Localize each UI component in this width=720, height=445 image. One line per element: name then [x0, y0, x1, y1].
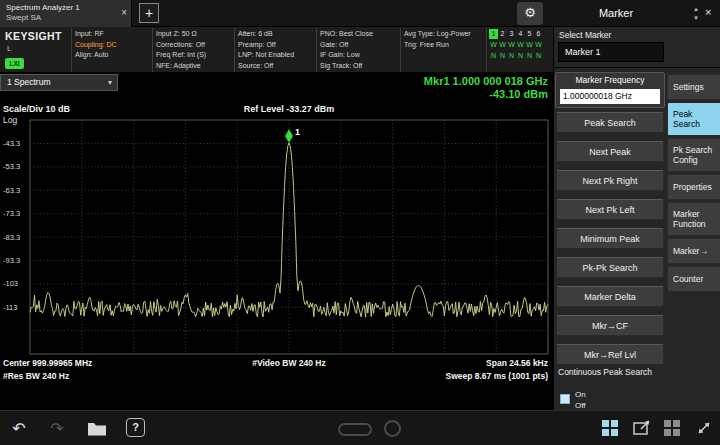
header-column-separator — [400, 28, 401, 72]
ref-level-label[interactable]: Ref Level -33.27 dBm — [160, 104, 418, 114]
gesture-circle-icon — [384, 420, 401, 437]
marker-readout-amplitude: -43.10 dBm — [489, 88, 548, 100]
quad-view-button[interactable] — [602, 420, 618, 436]
trace-state-cell[interactable]: W — [534, 40, 543, 50]
continuous-peak-search-label: Continuous Peak Search — [558, 367, 658, 378]
gesture-ellipse-icon — [338, 423, 372, 436]
spectrum-analyzer-screen: Spectrum Analyzer 1 Swept SA × + ⚙ Marke… — [0, 0, 720, 445]
trace-selector-dropdown[interactable]: 1 Spectrum ▾ — [0, 74, 118, 91]
folder-button[interactable] — [86, 418, 108, 438]
tab-close-icon[interactable]: × — [121, 7, 127, 18]
help-button[interactable]: ? — [126, 418, 145, 437]
tile-view-button[interactable] — [664, 420, 680, 436]
button-mkr-ref-lvl[interactable]: Mkr→Ref Lvl — [556, 344, 664, 365]
trace-state-cell[interactable]: N — [516, 51, 525, 61]
trace-number-1[interactable]: 1 — [489, 29, 498, 39]
trace-state-cell[interactable]: N — [534, 51, 543, 61]
undo-button[interactable]: ↶ — [6, 416, 32, 442]
header-info-column-4: PNO: Best CloseGate: OffIF Gain: LowSig … — [320, 29, 373, 71]
trace-number-2[interactable]: 2 — [498, 29, 507, 39]
header-info-column-5: Avg Type: Log-PowerTrig: Free Run — [404, 29, 471, 50]
trace-selector-label: 1 Spectrum — [7, 77, 50, 87]
header-info-line: Freq Ref: Int (S) — [156, 50, 206, 61]
menu-collapse-button[interactable]: ▴ ▾ — [690, 4, 702, 22]
fullscreen-button[interactable] — [694, 418, 714, 438]
marker-1-label: 1 — [295, 127, 300, 137]
trace-number-3[interactable]: 3 — [507, 29, 516, 39]
center-frequency-label[interactable]: Center 999.99965 MHz — [3, 358, 92, 368]
header-info-column-1: Input: RFCoupling: DCAlign: Auto — [75, 29, 117, 61]
marker-frequency-label: Marker Frequency — [556, 73, 664, 85]
marker-control-panel: Select Marker Marker 1 Marker Frequency … — [553, 27, 720, 410]
settings-gear-button[interactable]: ⚙ — [517, 2, 543, 25]
sweep-label[interactable]: Sweep 8.67 ms (1001 pts) — [445, 371, 548, 381]
header-info-line: Align: Auto — [75, 50, 117, 61]
y-axis-tick-label: -53.3 — [3, 162, 20, 171]
continuous-on-label[interactable]: On — [575, 390, 586, 399]
continuous-off-label[interactable]: Off — [575, 401, 586, 410]
redo-button[interactable]: ↷ — [44, 416, 70, 442]
button-minimum-peak[interactable]: Minimum Peak — [556, 228, 664, 249]
trace-state-cell[interactable]: W — [498, 40, 507, 50]
select-marker-label: Select Marker — [559, 30, 611, 40]
add-tab-button[interactable]: + — [139, 3, 159, 23]
folder-icon — [88, 423, 106, 436]
popout-window-button[interactable] — [632, 418, 652, 438]
continuous-peak-toggle[interactable] — [560, 394, 570, 404]
header-info-line: Input Z: 50 Ω — [156, 29, 206, 40]
header-column-separator — [234, 28, 235, 72]
app-tab-spectrum-analyzer[interactable]: Spectrum Analyzer 1 Swept SA × — [0, 0, 132, 27]
button-next-peak[interactable]: Next Peak — [556, 141, 664, 162]
button-next-pk-right[interactable]: Next Pk Right — [556, 170, 664, 191]
bottom-toolbar: ↶ ↷ ? — [0, 410, 720, 445]
panel-divider — [554, 67, 720, 68]
trace-state-cell[interactable]: N — [525, 51, 534, 61]
gear-icon: ⚙ — [524, 5, 536, 20]
top-bar: Spectrum Analyzer 1 Swept SA × + ⚙ Marke… — [0, 0, 720, 27]
license-letter: L — [7, 44, 11, 53]
menu-tab-properties[interactable]: Properties — [667, 174, 720, 200]
header-info-line: Atten: 6 dB — [238, 29, 294, 40]
trace-state-cell[interactable]: N — [507, 51, 516, 61]
button-marker-delta[interactable]: Marker Delta — [556, 286, 664, 307]
header-info-line: Trig: Free Run — [404, 40, 471, 51]
menu-tab-marker-function[interactable]: Marker Function — [667, 202, 720, 236]
menu-tab-settings[interactable]: Settings — [667, 74, 720, 100]
menu-tab-counter[interactable]: Counter — [667, 266, 720, 292]
y-axis-tick-label: -43.3 — [3, 139, 20, 148]
lxi-badge: LXI — [5, 58, 24, 69]
trace-state-cell[interactable]: W — [516, 40, 525, 50]
chevron-up-icon: ▴ — [694, 4, 698, 13]
menu-tab-peak-search[interactable]: Peak Search — [667, 102, 720, 136]
header-info-line: Input: RF — [75, 29, 117, 40]
header-info-line: Corrections: Off — [156, 40, 206, 51]
marker-select-dropdown[interactable]: Marker 1 — [558, 42, 664, 62]
res-bw-label[interactable]: #Res BW 240 Hz — [3, 371, 69, 381]
button-mkr-cf[interactable]: Mkr→CF — [556, 315, 664, 336]
header-info-line: Gate: Off — [320, 40, 373, 51]
trace-number-4[interactable]: 4 — [516, 29, 525, 39]
y-axis-tick-label: -93.3 — [3, 256, 20, 265]
marker-frequency-field: Marker Frequency 1.000000018 GHz — [555, 72, 665, 108]
trace-number-5[interactable]: 5 — [525, 29, 534, 39]
spectrum-graph: -43.3-53.3-63.3-73.3-83.3-93.3-103-1131 — [0, 73, 553, 383]
menu-tab-marker-[interactable]: Marker→ — [667, 238, 720, 264]
trace-state-cell[interactable]: W — [525, 40, 534, 50]
trace-state-cell[interactable]: W — [489, 40, 498, 50]
header-info-line: Source: Off — [238, 61, 294, 72]
trace-number-6[interactable]: 6 — [534, 29, 543, 39]
trace-state-cell[interactable]: N — [489, 51, 498, 61]
menu-close-icon[interactable]: × — [705, 6, 711, 18]
trace-state-cell[interactable]: N — [498, 51, 507, 61]
button-peak-search[interactable]: Peak Search — [556, 112, 664, 133]
header-info-column-2: Input Z: 50 ΩCorrections: OffFreq Ref: I… — [156, 29, 206, 71]
span-label[interactable]: Span 24.56 kHz — [486, 358, 548, 368]
marker-frequency-input[interactable]: 1.000000018 GHz — [560, 89, 660, 104]
menu-tab-pk-search-config[interactable]: Pk Search Config — [667, 138, 720, 172]
scale-per-div-label[interactable]: Scale/Div 10 dB — [3, 104, 70, 114]
button-pk-pk-search[interactable]: Pk-Pk Search — [556, 257, 664, 278]
marker-1-diamond[interactable] — [285, 129, 293, 143]
button-next-pk-left[interactable]: Next Pk Left — [556, 199, 664, 220]
trace-state-cell[interactable]: W — [507, 40, 516, 50]
video-bw-label[interactable]: #Video BW 240 Hz — [160, 358, 418, 368]
